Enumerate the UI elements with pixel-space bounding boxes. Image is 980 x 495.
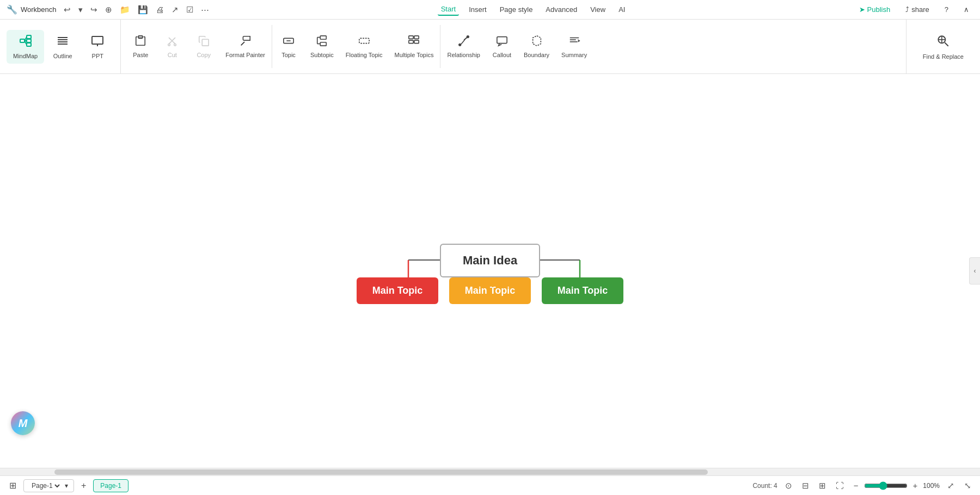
paste-label: Paste [133, 52, 148, 58]
svg-rect-0 [20, 39, 24, 42]
callout-icon [496, 35, 508, 49]
boundary-icon [531, 35, 543, 49]
print-button[interactable]: 🖨 [153, 3, 167, 16]
topics-row: Main Topic Main Topic Main Topic [357, 277, 623, 304]
nav-view[interactable]: View [587, 4, 609, 15]
scrollbar-thumb[interactable] [54, 469, 708, 475]
floating-topic-button[interactable]: Floating Topic [340, 32, 388, 61]
topic-button[interactable]: Topic [273, 32, 304, 61]
nav-insert[interactable]: Insert [465, 4, 490, 15]
undo-dropdown-button[interactable]: ▾ [76, 3, 85, 16]
find-replace-button[interactable]: Find & Replace [915, 29, 971, 64]
collapse-button[interactable]: ∧ [959, 4, 973, 15]
mindmap-label: MindMap [13, 53, 38, 59]
save-button[interactable]: 💾 [135, 3, 151, 16]
share-button[interactable]: ⤴ share [901, 4, 934, 15]
add-page-button[interactable]: + [78, 480, 89, 492]
multiple-topics-icon [408, 35, 420, 49]
svg-rect-3 [27, 43, 31, 46]
zoom-percent: 100% [923, 482, 940, 490]
canvas-area[interactable]: Main Idea Main Topic Main Topic Main Top… [0, 74, 980, 468]
boundary-label: Boundary [524, 52, 549, 58]
paste-button[interactable]: Paste [125, 32, 156, 61]
more-button[interactable]: ⋯ [198, 3, 212, 16]
publish-button[interactable]: ➤ Publish [855, 4, 895, 15]
relationship-label: Relationship [447, 52, 480, 58]
open-file-button[interactable]: 📁 [117, 3, 133, 16]
format-painter-label: Format Painter [225, 52, 265, 58]
check-button[interactable]: ☑ [183, 3, 196, 16]
svg-rect-22 [321, 36, 327, 39]
sidebar-toggle-button[interactable]: ⊞ [7, 479, 19, 492]
ppt-view-button[interactable]: PPT [81, 30, 114, 64]
fullscreen-button[interactable]: ⛶ [834, 480, 846, 491]
page-dropdown[interactable]: Page-1 ▾ [23, 479, 74, 492]
summary-label: Summary [561, 52, 587, 58]
topic-3[interactable]: Main Topic [542, 277, 623, 304]
mindmap-icon [19, 34, 32, 51]
toolbar-tools: Paste Cut Copy [121, 20, 906, 73]
copy-button[interactable]: Copy [188, 32, 219, 61]
topic-1[interactable]: Main Topic [357, 277, 438, 304]
format-painter-button[interactable]: Format Painter [220, 32, 271, 61]
zoom-out-button[interactable]: − [852, 480, 861, 491]
zoom-in-button[interactable]: + [911, 480, 920, 491]
subtopic-label: Subtopic [310, 52, 334, 58]
boundary-button[interactable]: Boundary [518, 32, 555, 61]
topic-2[interactable]: Main Topic [449, 277, 531, 304]
status-bar-right: Count: 4 ⊙ ⊟ ⊞ ⛶ − + 100% ⤢ ⤡ [752, 480, 973, 492]
share-icon: ⤴ [905, 5, 909, 14]
mindmap-view-button[interactable]: MindMap [7, 30, 44, 64]
relationship-button[interactable]: Relationship [442, 32, 486, 61]
svg-rect-29 [414, 36, 419, 39]
cut-label: Cut [168, 52, 177, 58]
svg-point-32 [459, 44, 461, 46]
cut-button[interactable]: Cut [157, 32, 187, 61]
active-page-tab[interactable]: Page-1 [93, 479, 128, 492]
publish-label: Publish [867, 5, 891, 14]
subtopic-button[interactable]: Subtopic [305, 32, 339, 61]
status-bar: ⊞ Page-1 ▾ + Page-1 Count: 4 ⊙ ⊟ ⊞ ⛶ − +… [0, 475, 980, 495]
nav-start[interactable]: Start [438, 3, 459, 16]
undo-redo-group: ↩ ▾ ↪ ⊕ 📁 💾 🖨 ↗ ☑ ⋯ [61, 3, 212, 16]
nav-ai[interactable]: AI [615, 4, 628, 15]
callout-button[interactable]: Callout [487, 32, 517, 61]
right-panel-collapse[interactable]: ‹ [969, 257, 980, 284]
multiple-topics-label: Multiple Topics [394, 52, 433, 58]
svg-point-33 [467, 36, 469, 38]
page-select[interactable]: Page-1 [29, 481, 62, 490]
logo-watermark: M [11, 411, 35, 435]
help-button[interactable]: ? [940, 4, 953, 15]
nav-advanced[interactable]: Advanced [542, 4, 580, 15]
svg-rect-1 [27, 35, 31, 39]
outline-view-button[interactable]: Outline [46, 30, 79, 64]
horizontal-scrollbar[interactable] [0, 468, 980, 475]
floating-topic-label: Floating Topic [346, 52, 383, 58]
canvas[interactable]: Main Idea Main Topic Main Topic Main Top… [0, 74, 980, 468]
expand-button[interactable]: ⤢ [945, 480, 957, 492]
zoom-slider[interactable] [864, 481, 908, 490]
undo-button[interactable]: ↩ [61, 3, 74, 16]
svg-rect-23 [321, 42, 327, 46]
grid-view-button[interactable]: ⊞ [817, 480, 828, 492]
svg-line-19 [241, 42, 244, 46]
outline-label: Outline [53, 53, 72, 59]
nav-page-style[interactable]: Page style [497, 4, 536, 15]
main-idea-node[interactable]: Main Idea [440, 244, 540, 277]
topic-label: Topic [281, 52, 296, 58]
export-button[interactable]: ↗ [169, 3, 181, 16]
share-label: share [911, 5, 929, 14]
multiple-topics-button[interactable]: Multiple Topics [389, 32, 439, 61]
view-group: MindMap Outline PPT [0, 20, 121, 73]
fit-page-button[interactable]: ⊙ [783, 480, 794, 492]
collapse-all-button[interactable]: ⤡ [962, 480, 973, 492]
summary-button[interactable]: Summary [556, 32, 592, 61]
redo-button[interactable]: ↪ [88, 3, 100, 16]
cut-icon [166, 35, 178, 49]
new-file-button[interactable]: ⊕ [102, 3, 115, 16]
split-view-button[interactable]: ⊟ [800, 480, 811, 492]
svg-rect-34 [497, 37, 507, 44]
callout-label: Callout [493, 52, 511, 58]
count-label: Count: 4 [752, 482, 777, 490]
svg-rect-18 [203, 39, 209, 46]
